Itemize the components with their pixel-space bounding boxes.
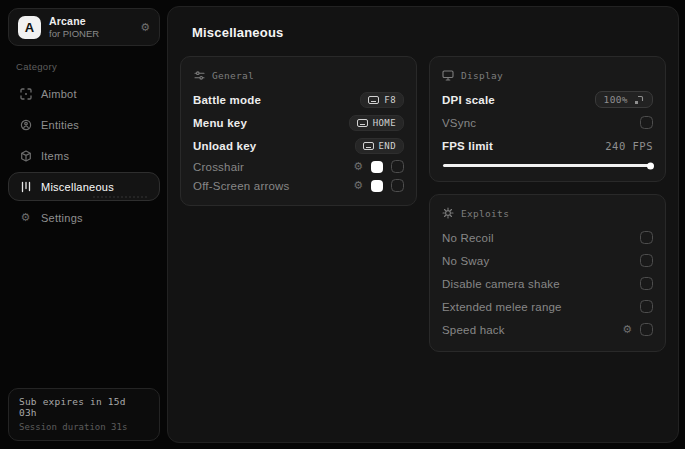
fps-limit-value: 240 FPS — [605, 140, 653, 152]
sidebar: A Arcane for PIONER ⚙ Category Aimbot — [0, 0, 167, 449]
brand-logo: A — [18, 16, 41, 39]
setting-row-dpi-scale: DPI scale 100% — [442, 88, 653, 111]
keybind-button[interactable]: END — [355, 138, 404, 154]
panel-title: Display — [461, 70, 503, 81]
brand-text: Arcane for PIONER — [49, 15, 99, 40]
sub-expires-text: Sub expires in 15d 03h — [19, 396, 149, 418]
setting-row-battle-mode: Battle mode F8 — [193, 88, 404, 111]
exploits-panel-header: Exploits — [442, 207, 653, 219]
setting-label: VSync — [442, 117, 476, 129]
selected-item-dots — [93, 196, 147, 198]
keyboard-icon — [357, 119, 368, 127]
sidebar-item-label: Aimbot — [41, 88, 77, 100]
color-swatch[interactable] — [371, 180, 383, 192]
setting-row-unload-key: Unload key END — [193, 134, 404, 157]
entities-icon — [19, 118, 32, 131]
setting-row-crosshair: Crosshair ⚙ — [193, 157, 404, 176]
general-panel-header: General — [193, 69, 404, 81]
page-title: Miscellaneous — [192, 25, 666, 40]
setting-label: Extended melee range — [442, 301, 562, 313]
slider-knob[interactable] — [647, 162, 654, 169]
setting-row-no-sway: No Sway — [442, 249, 653, 272]
columns-icon — [19, 180, 32, 193]
row-controls: ⚙ — [353, 179, 404, 192]
setting-row-disable-camera-shake: Disable camera shake — [442, 272, 653, 295]
checkbox[interactable] — [640, 323, 653, 336]
setting-row-vsync: VSync — [442, 111, 653, 134]
setting-label: FPS limit — [442, 140, 493, 152]
setting-row-offscreen-arrows: Off-Screen arrows ⚙ — [193, 176, 404, 195]
right-column: Display DPI scale 100% VSy — [429, 56, 666, 352]
setting-label: Menu key — [193, 117, 247, 129]
brand-subtitle: for PIONER — [49, 28, 99, 40]
setting-label: Speed hack — [442, 324, 505, 336]
checkbox[interactable] — [391, 160, 404, 173]
sidebar-item-label: Items — [41, 150, 69, 162]
display-panel: Display DPI scale 100% VSy — [429, 56, 666, 182]
sidebar-item-label: Settings — [41, 212, 83, 224]
checkbox[interactable] — [640, 277, 653, 290]
keybind-button[interactable]: HOME — [349, 115, 404, 131]
category-label: Category — [16, 61, 160, 72]
crosshair-scan-icon — [19, 87, 32, 100]
app-window: A Arcane for PIONER ⚙ Category Aimbot — [0, 0, 685, 449]
panel-title: Exploits — [461, 208, 509, 219]
sidebar-item-label: Miscellaneous — [41, 181, 114, 193]
keyboard-icon — [368, 96, 379, 104]
panels-row: General Battle mode F8 Menu key — [180, 56, 666, 352]
setting-row-fps-limit: FPS limit 240 FPS — [442, 134, 653, 157]
gear-icon[interactable]: ⚙ — [353, 180, 363, 191]
sidebar-item-label: Entities — [41, 119, 79, 131]
dpi-scale-value: 100% — [604, 94, 628, 105]
setting-label: Battle mode — [193, 94, 261, 106]
setting-row-speed-hack: Speed hack ⚙ — [442, 318, 653, 341]
keybind-value: HOME — [373, 118, 396, 128]
sidebar-item-aimbot[interactable]: Aimbot — [8, 79, 160, 108]
sidebar-item-miscellaneous[interactable]: Miscellaneous — [8, 172, 160, 201]
checkbox[interactable] — [640, 300, 653, 313]
display-panel-header: Display — [442, 69, 653, 81]
keybind-button[interactable]: F8 — [360, 92, 404, 108]
sidebar-item-settings[interactable]: ⚙ Settings — [8, 203, 160, 232]
setting-label: No Sway — [442, 255, 489, 267]
brand-card: A Arcane for PIONER ⚙ — [8, 8, 160, 46]
checkbox[interactable] — [640, 254, 653, 267]
subscription-info-card: Sub expires in 15d 03h Session duration … — [8, 388, 160, 441]
main-content: Miscellaneous General Battle mode — [167, 6, 679, 443]
row-controls: ⚙ — [353, 160, 404, 173]
virus-icon — [442, 207, 454, 219]
setting-row-no-recoil: No Recoil — [442, 226, 653, 249]
dpi-scale-select[interactable]: 100% — [595, 91, 653, 108]
scale-icon — [634, 95, 644, 105]
exploits-panel: Exploits No Recoil No Sway Disable camer… — [429, 194, 666, 352]
monitor-icon — [442, 69, 454, 81]
general-panel: General Battle mode F8 Menu key — [180, 56, 417, 206]
gear-icon[interactable]: ⚙ — [353, 161, 363, 172]
checkbox[interactable] — [640, 231, 653, 244]
setting-row-menu-key: Menu key HOME — [193, 111, 404, 134]
setting-label: Disable camera shake — [442, 278, 560, 290]
fps-limit-slider[interactable] — [443, 164, 652, 167]
package-icon — [19, 149, 32, 162]
gear-icon[interactable]: ⚙ — [622, 324, 632, 335]
setting-label: Crosshair — [193, 161, 244, 173]
sidebar-item-entities[interactable]: Entities — [8, 110, 160, 139]
left-column: General Battle mode F8 Menu key — [180, 56, 417, 206]
keybind-value: F8 — [384, 95, 396, 105]
checkbox[interactable] — [391, 179, 404, 192]
checkbox[interactable] — [640, 116, 653, 129]
row-controls: ⚙ — [622, 323, 653, 336]
gear-icon: ⚙ — [19, 211, 32, 224]
gear-icon[interactable]: ⚙ — [140, 22, 150, 33]
brand-name: Arcane — [49, 15, 99, 28]
setting-label: No Recoil — [442, 232, 494, 244]
setting-label: Unload key — [193, 140, 256, 152]
setting-row-extended-melee-range: Extended melee range — [442, 295, 653, 318]
color-swatch[interactable] — [371, 161, 383, 173]
setting-label: Off-Screen arrows — [193, 180, 290, 192]
keyboard-icon — [363, 142, 374, 150]
session-duration-text: Session duration 31s — [19, 422, 149, 432]
setting-label: DPI scale — [442, 94, 495, 106]
panel-title: General — [212, 70, 254, 81]
sidebar-item-items[interactable]: Items — [8, 141, 160, 170]
